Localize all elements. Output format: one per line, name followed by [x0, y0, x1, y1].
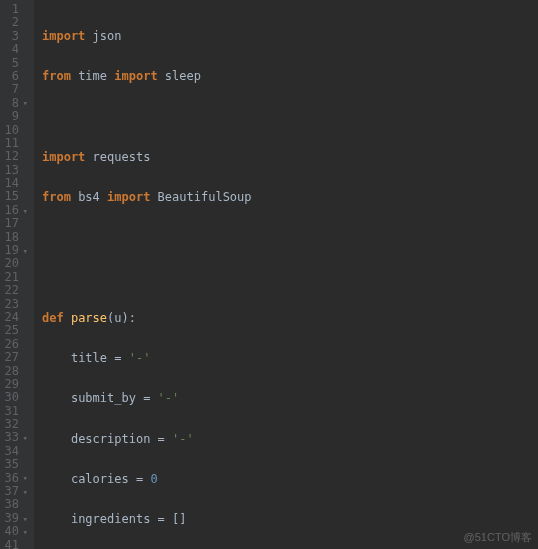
code-line: calories = 0	[42, 473, 538, 486]
fold-icon[interactable]: ▾	[21, 206, 28, 216]
line-number: 40▾	[0, 525, 28, 538]
line-number: 24	[0, 311, 28, 324]
code-line: def parse(u):	[42, 312, 538, 325]
line-number: 38	[0, 498, 28, 511]
fold-icon[interactable]: ▾	[21, 487, 28, 497]
line-number: 25	[0, 324, 28, 337]
code-line	[42, 271, 538, 284]
fold-icon[interactable]: ▾	[21, 514, 28, 524]
line-number: 31	[0, 405, 28, 418]
line-number: 37▾	[0, 485, 28, 498]
fold-icon[interactable]: ▾	[21, 98, 28, 108]
line-number: 9	[0, 110, 28, 123]
line-number: 21	[0, 271, 28, 284]
line-number: 20	[0, 257, 28, 270]
line-number: 17	[0, 217, 28, 230]
code-line: from bs4 import BeautifulSoup	[42, 191, 538, 204]
line-number: 13	[0, 164, 28, 177]
line-number-gutter: 12345678▾910111213141516▾171819▾20212223…	[0, 0, 34, 549]
code-area[interactable]: import json from time import sleep impor…	[34, 0, 538, 549]
line-number: 29	[0, 378, 28, 391]
fold-icon[interactable]: ▾	[21, 527, 28, 537]
fold-icon[interactable]: ▾	[21, 433, 28, 443]
line-number: 5	[0, 57, 28, 70]
code-line: from time import sleep	[42, 70, 538, 83]
line-number: 8▾	[0, 97, 28, 110]
line-number: 10	[0, 124, 28, 137]
line-number: 22	[0, 284, 28, 297]
line-number: 2	[0, 16, 28, 29]
line-number: 1	[0, 3, 28, 16]
line-number: 16▾	[0, 204, 28, 217]
line-number: 35	[0, 458, 28, 471]
line-number: 32	[0, 418, 28, 431]
line-number: 36▾	[0, 472, 28, 485]
line-number: 23	[0, 298, 28, 311]
line-number: 14	[0, 177, 28, 190]
line-number: 41	[0, 539, 28, 549]
line-number: 28	[0, 365, 28, 378]
code-editor: 12345678▾910111213141516▾171819▾20212223…	[0, 0, 538, 549]
code-line	[42, 110, 538, 123]
line-number: 3	[0, 30, 28, 43]
line-number: 12	[0, 150, 28, 163]
line-number: 39▾	[0, 512, 28, 525]
code-line: description = '-'	[42, 433, 538, 446]
code-line: ingredients = []	[42, 513, 538, 526]
line-number: 4	[0, 43, 28, 56]
line-number: 15	[0, 190, 28, 203]
line-number: 34	[0, 445, 28, 458]
line-number: 33▾	[0, 432, 28, 445]
code-line: submit_by = '-'	[42, 392, 538, 405]
line-number: 19▾	[0, 244, 28, 257]
fold-icon[interactable]: ▾	[21, 473, 28, 483]
code-line: title = '-'	[42, 352, 538, 365]
line-number: 18	[0, 231, 28, 244]
code-line: import requests	[42, 151, 538, 164]
code-line	[42, 231, 538, 244]
line-number: 7	[0, 83, 28, 96]
line-number: 30	[0, 391, 28, 404]
line-number: 6	[0, 70, 28, 83]
fold-icon[interactable]: ▾	[21, 246, 28, 256]
line-number: 27	[0, 351, 28, 364]
watermark: @51CTO博客	[464, 531, 532, 543]
line-number: 26	[0, 338, 28, 351]
line-number: 11	[0, 137, 28, 150]
code-line: import json	[42, 30, 538, 43]
